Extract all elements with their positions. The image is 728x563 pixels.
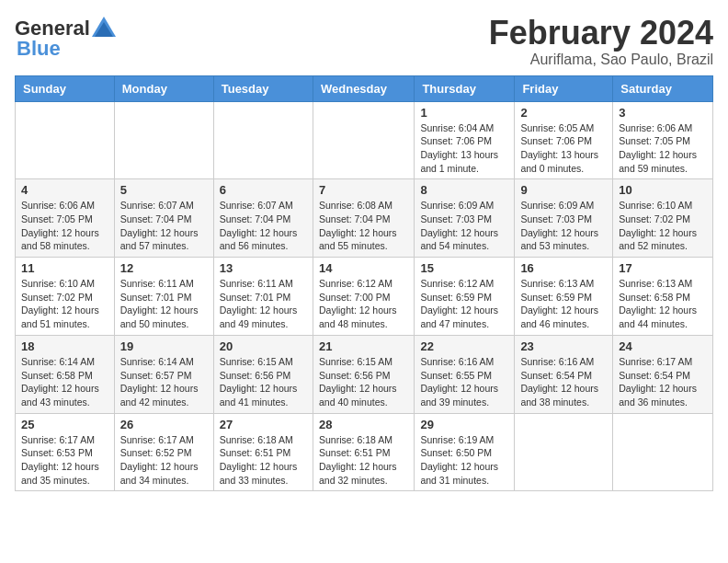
table-row: 13Sunrise: 6:11 AM Sunset: 7:01 PM Dayli… (213, 258, 313, 336)
day-info: Sunrise: 6:09 AM Sunset: 7:03 PM Dayligh… (520, 199, 607, 253)
header-sunday: Sunday (16, 75, 115, 101)
day-info: Sunrise: 6:16 AM Sunset: 6:54 PM Dayligh… (520, 355, 607, 409)
day-info: Sunrise: 6:08 AM Sunset: 7:04 PM Dayligh… (319, 199, 408, 253)
table-row: 21Sunrise: 6:15 AM Sunset: 6:56 PM Dayli… (313, 335, 414, 413)
calendar-header-row: Sunday Monday Tuesday Wednesday Thursday… (16, 75, 713, 101)
calendar-week-row: 25Sunrise: 6:17 AM Sunset: 6:53 PM Dayli… (16, 413, 713, 491)
calendar-table: Sunday Monday Tuesday Wednesday Thursday… (15, 75, 713, 492)
table-row: 15Sunrise: 6:12 AM Sunset: 6:59 PM Dayli… (415, 258, 515, 336)
day-info: Sunrise: 6:07 AM Sunset: 7:04 PM Dayligh… (120, 199, 208, 253)
header-monday: Monday (114, 75, 213, 101)
day-info: Sunrise: 6:13 AM Sunset: 6:59 PM Dayligh… (520, 277, 607, 331)
table-row: 26Sunrise: 6:17 AM Sunset: 6:52 PM Dayli… (114, 413, 213, 491)
day-number: 11 (21, 261, 108, 275)
table-row (313, 101, 414, 179)
day-number: 24 (619, 339, 707, 353)
day-info: Sunrise: 6:07 AM Sunset: 7:04 PM Dayligh… (220, 199, 307, 253)
day-info: Sunrise: 6:06 AM Sunset: 7:05 PM Dayligh… (21, 199, 108, 253)
day-number: 5 (120, 183, 208, 197)
day-number: 1 (420, 106, 508, 120)
day-info: Sunrise: 6:12 AM Sunset: 6:59 PM Dayligh… (420, 277, 508, 331)
table-row: 10Sunrise: 6:10 AM Sunset: 7:02 PM Dayli… (613, 179, 713, 258)
day-info: Sunrise: 6:06 AM Sunset: 7:05 PM Dayligh… (619, 121, 707, 176)
table-row: 2Sunrise: 6:05 AM Sunset: 7:06 PM Daylig… (515, 101, 613, 179)
table-row: 3Sunrise: 6:06 AM Sunset: 7:05 PM Daylig… (613, 101, 713, 179)
day-number: 8 (420, 183, 508, 197)
calendar-week-row: 11Sunrise: 6:10 AM Sunset: 7:02 PM Dayli… (16, 258, 713, 336)
table-row: 18Sunrise: 6:14 AM Sunset: 6:58 PM Dayli… (16, 335, 115, 413)
day-info: Sunrise: 6:04 AM Sunset: 7:06 PM Dayligh… (420, 121, 508, 176)
header-saturday: Saturday (613, 75, 713, 101)
table-row: 9Sunrise: 6:09 AM Sunset: 7:03 PM Daylig… (515, 179, 613, 258)
day-number: 7 (319, 183, 408, 197)
day-info: Sunrise: 6:15 AM Sunset: 6:56 PM Dayligh… (220, 355, 307, 409)
day-number: 23 (520, 339, 607, 353)
day-info: Sunrise: 6:11 AM Sunset: 7:01 PM Dayligh… (120, 277, 208, 331)
logo-icon (90, 15, 118, 42)
table-row: 23Sunrise: 6:16 AM Sunset: 6:54 PM Dayli… (515, 335, 613, 413)
table-row: 8Sunrise: 6:09 AM Sunset: 7:03 PM Daylig… (415, 179, 515, 258)
calendar-title: February 2024 (489, 15, 713, 52)
day-number: 26 (120, 418, 208, 431)
day-number: 12 (120, 261, 208, 275)
day-info: Sunrise: 6:18 AM Sunset: 6:51 PM Dayligh… (220, 433, 307, 488)
day-number: 27 (220, 418, 307, 431)
day-number: 3 (619, 106, 707, 120)
calendar-week-row: 18Sunrise: 6:14 AM Sunset: 6:58 PM Dayli… (16, 335, 713, 413)
table-row: 7Sunrise: 6:08 AM Sunset: 7:04 PM Daylig… (313, 179, 414, 258)
day-info: Sunrise: 6:13 AM Sunset: 6:58 PM Dayligh… (619, 277, 707, 331)
calendar-subtitle: Auriflama, Sao Paulo, Brazil (489, 52, 713, 68)
table-row: 20Sunrise: 6:15 AM Sunset: 6:56 PM Dayli… (213, 335, 313, 413)
table-row: 11Sunrise: 6:10 AM Sunset: 7:02 PM Dayli… (16, 258, 115, 336)
day-number: 16 (520, 261, 607, 275)
table-row: 17Sunrise: 6:13 AM Sunset: 6:58 PM Dayli… (613, 258, 713, 336)
table-row: 6Sunrise: 6:07 AM Sunset: 7:04 PM Daylig… (213, 179, 313, 258)
table-row (16, 101, 115, 179)
table-row (515, 413, 613, 491)
day-number: 29 (420, 418, 508, 431)
table-row: 4Sunrise: 6:06 AM Sunset: 7:05 PM Daylig… (16, 179, 115, 258)
day-info: Sunrise: 6:18 AM Sunset: 6:51 PM Dayligh… (319, 433, 408, 488)
table-row: 12Sunrise: 6:11 AM Sunset: 7:01 PM Dayli… (114, 258, 213, 336)
day-info: Sunrise: 6:10 AM Sunset: 7:02 PM Dayligh… (619, 199, 707, 253)
table-row: 28Sunrise: 6:18 AM Sunset: 6:51 PM Dayli… (313, 413, 414, 491)
day-number: 18 (21, 339, 108, 353)
day-info: Sunrise: 6:17 AM Sunset: 6:54 PM Dayligh… (619, 355, 707, 409)
day-number: 17 (619, 261, 707, 275)
header-friday: Friday (515, 75, 613, 101)
logo: General Blue (15, 15, 118, 61)
day-number: 2 (520, 106, 607, 120)
day-number: 28 (319, 418, 408, 431)
table-row (114, 101, 213, 179)
day-number: 13 (220, 261, 307, 275)
header-wednesday: Wednesday (313, 75, 414, 101)
day-number: 22 (420, 339, 508, 353)
day-number: 14 (319, 261, 408, 275)
day-number: 20 (220, 339, 307, 353)
day-number: 15 (420, 261, 508, 275)
table-row: 27Sunrise: 6:18 AM Sunset: 6:51 PM Dayli… (213, 413, 313, 491)
day-info: Sunrise: 6:17 AM Sunset: 6:53 PM Dayligh… (21, 433, 108, 488)
day-info: Sunrise: 6:14 AM Sunset: 6:57 PM Dayligh… (120, 355, 208, 409)
table-row: 14Sunrise: 6:12 AM Sunset: 7:00 PM Dayli… (313, 258, 414, 336)
day-info: Sunrise: 6:09 AM Sunset: 7:03 PM Dayligh… (420, 199, 508, 253)
day-number: 19 (120, 339, 208, 353)
table-row: 22Sunrise: 6:16 AM Sunset: 6:55 PM Dayli… (415, 335, 515, 413)
table-row: 16Sunrise: 6:13 AM Sunset: 6:59 PM Dayli… (515, 258, 613, 336)
table-row (613, 413, 713, 491)
header-thursday: Thursday (415, 75, 515, 101)
day-info: Sunrise: 6:19 AM Sunset: 6:50 PM Dayligh… (420, 433, 508, 488)
calendar-week-row: 1Sunrise: 6:04 AM Sunset: 7:06 PM Daylig… (16, 101, 713, 179)
table-row: 25Sunrise: 6:17 AM Sunset: 6:53 PM Dayli… (16, 413, 115, 491)
day-number: 25 (21, 418, 108, 431)
day-info: Sunrise: 6:14 AM Sunset: 6:58 PM Dayligh… (21, 355, 108, 409)
day-info: Sunrise: 6:11 AM Sunset: 7:01 PM Dayligh… (220, 277, 307, 331)
day-info: Sunrise: 6:17 AM Sunset: 6:52 PM Dayligh… (120, 433, 208, 488)
table-row: 24Sunrise: 6:17 AM Sunset: 6:54 PM Dayli… (613, 335, 713, 413)
calendar-week-row: 4Sunrise: 6:06 AM Sunset: 7:05 PM Daylig… (16, 179, 713, 258)
table-row: 19Sunrise: 6:14 AM Sunset: 6:57 PM Dayli… (114, 335, 213, 413)
day-number: 10 (619, 183, 707, 197)
page-header: General Blue February 2024 Auriflama, Sa… (15, 15, 713, 68)
day-number: 21 (319, 339, 408, 353)
day-number: 6 (220, 183, 307, 197)
